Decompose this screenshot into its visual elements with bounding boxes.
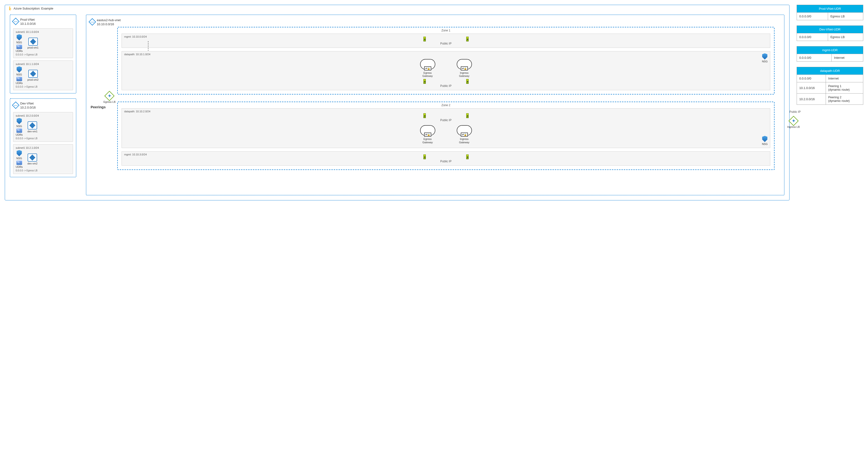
table-title: Prod-VNet-UDR (797, 5, 863, 12)
zone2-datapath-subnet: datapath: 10.10.2.0/24 NSG Public IP ⇄🔒 … (122, 108, 770, 148)
prod-vnet-name: Prod-VNet (20, 18, 36, 22)
vm-name: dev-vm2 (27, 162, 37, 165)
spoke-vnets-column: Prod-VNet 10.1.0.0/16 subnet1 10.1.0.0/2… (10, 14, 76, 196)
mgmt-udr-table: mgmt-UDR 0.0.0.0/0Internet (797, 46, 863, 62)
udr-icon (17, 160, 22, 165)
udrs-label: UDRs (16, 133, 23, 136)
route-dest: 10.2.0.0/16 (797, 93, 826, 105)
vm-name: prod-vm2 (27, 78, 38, 81)
route-hop: Peering 1 (dynamic route) (826, 82, 863, 93)
nic-icon (424, 154, 426, 159)
udrs-label: UDRs (16, 50, 23, 52)
hub-vnet: eastus2-hub-vnet 10.10.0.0/16 ✦ Egress L… (86, 14, 784, 196)
table-row: 0.0.0.0/0Internet (797, 54, 863, 62)
prod-subnet-1: subnet1 10.1.0.0/24 NSG UDRs prod-vm1 0.… (13, 28, 73, 58)
cloud-icon: ⇄🔒 (457, 125, 472, 136)
prod-vnet: Prod-VNet 10.1.0.0/16 subnet1 10.1.0.0/2… (10, 14, 76, 93)
zone-2: Zone 2 datapath: 10.10.2.0/24 NSG Public… (117, 101, 775, 170)
dev-subnet-1: subnet1 10.2.0.0/24 NSG UDRs dev-vm1 0.0… (13, 112, 73, 142)
subnet-label: subnet1 10.2.0.0/24 (16, 114, 70, 117)
route-dest: 0.0.0.0/0 (797, 12, 828, 20)
public-ip-label: Public IP (125, 160, 767, 163)
nsg-label: NSG (17, 41, 22, 44)
nic-icon (466, 79, 469, 84)
public-ip-label: Public IP (125, 84, 767, 88)
datapath-udr-table: datapath-UDR 0.0.0.0/0Internet 10.1.0.0/… (797, 67, 863, 105)
nsg-label: NSG (17, 73, 22, 76)
load-balancer-icon: ✦ (104, 91, 115, 101)
route-hop: Internet (826, 75, 863, 82)
udr-icon (17, 45, 22, 49)
cloud-icon: ⇄🔒 (420, 125, 435, 136)
udr-note: 0.0.0.0 -> Egress LB (16, 137, 70, 140)
shield-icon (17, 118, 22, 124)
subnet-label: mgmt: 10.10.3.0/24 (124, 153, 147, 156)
table-title: datapath-UDR (797, 67, 863, 75)
route-dest: 0.0.0.0/0 (797, 75, 826, 82)
subnet-label: datapath: 10.10.2.0/24 (124, 110, 150, 113)
udr-note: 0.0.0.0 -> Egress LB (16, 169, 70, 172)
route-hop: Egress LB (828, 12, 863, 20)
public-ip-label: Public IP (125, 42, 767, 45)
subnet-label: datapath: 10.10.1.0/24 (124, 53, 150, 56)
nsg-label: NSG (762, 143, 768, 145)
udr-tables-column: Prod-VNet-UDR 0.0.0.0/0Egress LB Dev-VNe… (797, 5, 863, 105)
route-hop: Egress LB (828, 33, 863, 41)
vm-icon (28, 121, 37, 129)
table-title: mgmt-UDR (797, 47, 863, 54)
route-dest: 0.0.0.0/0 (797, 54, 832, 62)
egress-gateway: ⇄🔒 Egress Gateway (420, 59, 435, 78)
public-ip-label: Public IP (125, 119, 767, 122)
vm-name: dev-vm1 (27, 130, 37, 133)
prod-vnet-udr-table: Prod-VNet-UDR 0.0.0.0/0Egress LB (797, 5, 863, 20)
shield-icon (17, 66, 22, 72)
cloud-icon: ⇄🔒 (457, 59, 472, 69)
shield-icon (17, 34, 22, 40)
route-hop: Internet (832, 54, 863, 62)
udrs-label: UDRs (16, 82, 23, 85)
zone-1: Zone 1 mgmt: 10.10.0.0/24 Public IP data… (117, 27, 775, 94)
udrs-label: UDRs (16, 166, 23, 168)
ingress-gateway: ⇄🔒 Ingress Gateway (457, 125, 472, 144)
route-hop: Peering 2 (dynamic route) (826, 93, 863, 105)
zone-title: Zone 1 (441, 29, 450, 32)
subnet-label: subnet1 10.1.0.0/24 (16, 30, 70, 33)
zone-title: Zone 2 (441, 104, 450, 107)
route-dest: 10.1.0.0/16 (797, 82, 826, 93)
vm-icon (28, 153, 37, 161)
zone2-mgmt-subnet: mgmt: 10.10.3.0/24 Public IP (122, 151, 770, 166)
ingress-lb: ✦ Ingress LB (787, 117, 800, 128)
table-row: 0.0.0.0/0Egress LB (797, 12, 863, 20)
table-title: Dev-VNet-UDR (797, 26, 863, 33)
ingress-public-ip-label: Public IP (789, 110, 801, 114)
nic-icon (424, 37, 426, 41)
key-icon (8, 6, 12, 10)
nsg-label: NSG (17, 157, 22, 160)
vm-icon (28, 70, 38, 78)
vnet-icon (89, 18, 96, 26)
shield-icon (762, 53, 767, 59)
zone1-datapath-subnet: datapath: 10.10.1.0/24 NSG ⇄🔒 Egress Gat… (122, 51, 770, 90)
egress-lb: ✦ Egress LB (103, 92, 116, 103)
ingress-gateway: ⇄🔒 Ingress Gateway (457, 59, 472, 78)
table-row: 10.1.0.0/16Peering 1 (dynamic route) (797, 82, 863, 93)
dev-vnet-cidr: 10.2.0.0/16 (20, 106, 36, 110)
udr-note: 0.0.0.0 -> Egress LB (16, 53, 70, 56)
subnet-label: subnet1 10.2.1.0/24 (16, 146, 70, 149)
ingress-gateway-label: Ingress Gateway (459, 138, 469, 144)
azure-subscription: Azure Subscription: Example Prod-VNet 10… (5, 5, 789, 200)
dev-subnet-2: subnet1 10.2.1.0/24 NSG UDRs dev-vm2 0.0… (13, 144, 73, 174)
udr-note: 0.0.0.0 -> Egress LB (16, 85, 70, 88)
egress-gateway-label: Egress Gateway (423, 71, 433, 78)
shield-icon (762, 136, 767, 142)
diagram-canvas: Azure Subscription: Example Prod-VNet 10… (5, 5, 863, 200)
cloud-icon: ⇄🔒 (420, 59, 435, 69)
vm-icon (28, 38, 38, 46)
subscription-title: Azure Subscription: Example (13, 7, 53, 10)
nic-icon (466, 154, 469, 159)
route-dest: 0.0.0.0/0 (797, 33, 828, 41)
vnet-icon (12, 18, 19, 25)
udr-icon (17, 77, 22, 81)
peerings-label: Peerings (91, 105, 105, 109)
nic-icon (466, 113, 469, 118)
